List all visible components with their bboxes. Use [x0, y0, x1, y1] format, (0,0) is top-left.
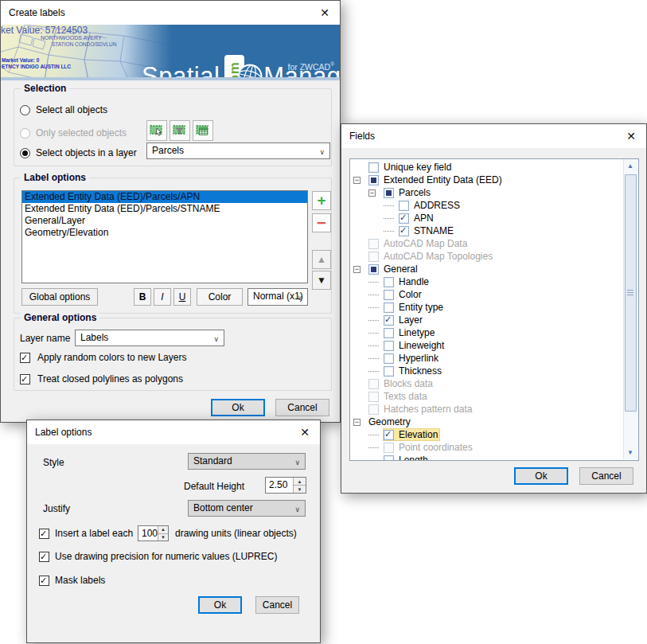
list-item[interactable]: Geometry/Elevation [22, 227, 307, 239]
tree-label[interactable]: Point coordinates [399, 442, 473, 453]
collapse-icon[interactable] [353, 253, 361, 260]
collapse-icon[interactable]: − [368, 189, 376, 197]
radio-select-objects-in-layer[interactable] [20, 148, 30, 158]
luprec-checkbox[interactable] [39, 552, 49, 562]
tree-row[interactable]: AutoCAD Map Topologies [350, 250, 638, 263]
tree-row[interactable]: Unique key field [350, 161, 638, 174]
tree-row[interactable]: STNAME [350, 224, 638, 237]
ok-button[interactable]: Ok [514, 467, 568, 485]
tree-node[interactable]: Lineweight [384, 340, 446, 351]
luprec-label[interactable]: Use drawing precision for numeric values… [55, 551, 277, 562]
tree-node[interactable]: Color [384, 289, 423, 300]
tree-checkbox[interactable] [368, 252, 379, 262]
tree-node[interactable]: Elevation [384, 429, 439, 440]
tree-row[interactable]: Hatches pattern data [350, 403, 638, 416]
tree-row[interactable]: Handle [350, 275, 638, 288]
tree-checkbox[interactable] [384, 188, 394, 198]
tree-row[interactable]: Entity type [350, 301, 638, 314]
tree-node[interactable]: Thickness [384, 365, 443, 377]
tree-label[interactable]: Hyperlink [399, 353, 438, 364]
tree-checkbox[interactable] [384, 302, 394, 313]
tree-node[interactable]: Linetype [384, 327, 436, 338]
tree-row[interactable]: Color [350, 288, 638, 301]
collapse-icon[interactable] [368, 320, 379, 321]
tree-label[interactable]: Thickness [399, 365, 442, 377]
tree-row[interactable]: Linetype [350, 326, 638, 339]
ok-button[interactable]: Ok [198, 596, 242, 614]
collapse-icon[interactable] [384, 231, 394, 232]
move-up-button[interactable]: ▲ [312, 250, 331, 269]
collapse-icon[interactable] [368, 295, 379, 295]
tree-node[interactable]: Blocks data [368, 378, 435, 389]
tree-checkbox[interactable] [384, 290, 394, 300]
tree-checkbox[interactable] [384, 430, 394, 440]
insert-label-checkbox[interactable] [39, 529, 49, 539]
table-objects-button[interactable] [193, 120, 213, 141]
tree-checkbox[interactable] [368, 392, 379, 402]
random-colors-checkbox[interactable] [20, 353, 30, 363]
tree-node[interactable]: APN [399, 213, 435, 224]
insert-interval-spinner[interactable]: 100 ▲ ▼ [138, 525, 169, 541]
tree-checkbox[interactable] [384, 366, 394, 377]
tree-row[interactable]: Texts data [350, 390, 638, 403]
add-field-button[interactable]: + [312, 191, 331, 210]
tree-row[interactable]: AutoCAD Map Data [350, 237, 638, 250]
tree-row[interactable]: Lineweight [350, 339, 638, 352]
tree-checkbox[interactable] [368, 379, 379, 389]
italic-button[interactable]: I [154, 288, 171, 306]
tree-checkbox[interactable] [384, 341, 394, 351]
close-icon[interactable]: ✕ [300, 426, 310, 439]
text-scale-combo[interactable]: Normal (x1) ∨ [247, 288, 308, 306]
tree-label[interactable]: Extended Entity Data (EED) [384, 174, 502, 185]
radio-layer-label[interactable]: Select objects in a layer [36, 147, 137, 158]
tree-row[interactable]: APN [350, 212, 638, 224]
random-colors-label[interactable]: Apply random colors to new Layers [37, 352, 186, 363]
label-options-titlebar[interactable]: Label options ✕ [27, 420, 320, 444]
global-options-button[interactable]: Global options [21, 288, 98, 306]
tree-label[interactable]: STNAME [414, 225, 454, 236]
collapse-icon[interactable] [353, 164, 361, 171]
tree-label[interactable]: Lineweight [399, 340, 444, 351]
tree-label[interactable]: Layer [399, 314, 423, 326]
tree-node[interactable]: Point coordinates [384, 442, 474, 453]
tree-row[interactable]: Blocks data [350, 377, 638, 390]
tree-label[interactable]: Color [399, 289, 422, 300]
tree-node[interactable]: AutoCAD Map Data [368, 238, 469, 249]
label-fields-list[interactable]: Extended Entity Data (EED)/Parcels/APN E… [21, 190, 308, 283]
tree-node[interactable]: Entity type [384, 302, 445, 313]
tree-row[interactable]: − Extended Entity Data (EED) [350, 174, 638, 186]
collapse-icon[interactable] [368, 333, 379, 334]
collapse-icon[interactable] [353, 240, 361, 248]
tree-row[interactable]: − Geometry [350, 416, 638, 428]
filter-objects-button[interactable] [170, 120, 190, 141]
collapse-icon[interactable] [353, 393, 361, 400]
remove-field-button[interactable]: − [312, 213, 331, 232]
scrollbar-thumb[interactable] [625, 174, 637, 412]
collapse-icon[interactable] [368, 371, 379, 372]
tree-label[interactable]: Texts data [384, 391, 427, 402]
cancel-button[interactable]: Cancel [275, 399, 329, 416]
spinner-buttons[interactable]: ▲ ▼ [158, 526, 168, 541]
collapse-icon[interactable]: − [353, 419, 361, 426]
tree-label[interactable]: Unique key field [384, 162, 451, 173]
tree-label[interactable]: ADDRESS [414, 200, 460, 211]
list-item[interactable]: General/Layer [22, 215, 307, 227]
tree-node[interactable]: General [368, 263, 419, 275]
close-icon[interactable]: ✕ [626, 130, 636, 142]
tree-row[interactable]: Layer [350, 314, 638, 326]
tree-node[interactable]: Handle [384, 276, 431, 287]
tree-checkbox[interactable] [368, 264, 379, 275]
move-down-button[interactable]: ▼ [312, 271, 331, 290]
radio-select-all-label[interactable]: Select all objects [36, 104, 107, 115]
create-labels-titlebar[interactable]: Create labels ✕ [1, 1, 340, 25]
scroll-down-icon[interactable]: ▼ [624, 446, 637, 459]
collapse-icon[interactable] [368, 460, 379, 461]
insert-label-text[interactable]: Insert a label each [55, 528, 133, 539]
fields-titlebar[interactable]: Fields ✕ [341, 124, 646, 148]
tree-node[interactable]: Hatches pattern data [368, 404, 474, 415]
tree-node[interactable]: Unique key field [368, 162, 453, 173]
tree-checkbox[interactable] [368, 404, 379, 415]
collapse-icon[interactable]: − [353, 177, 361, 184]
tree-label[interactable]: AutoCAD Map Data [384, 238, 467, 249]
tree-checkbox[interactable] [368, 162, 379, 173]
